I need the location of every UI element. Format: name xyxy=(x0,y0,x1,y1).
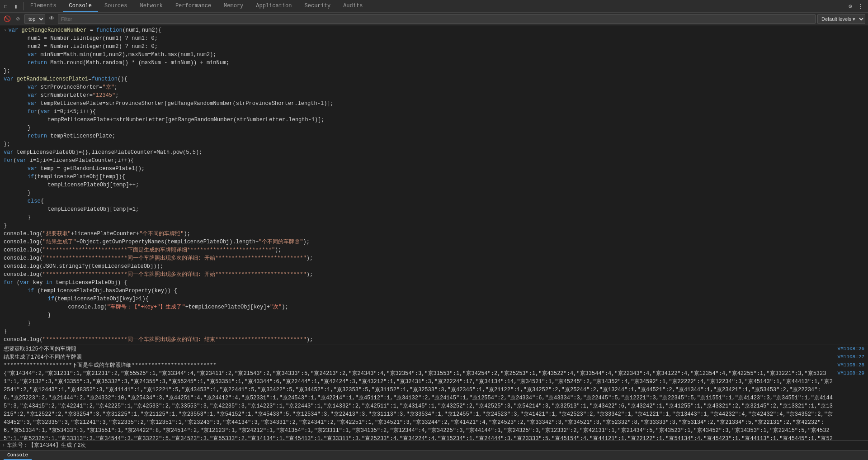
code-content: console.log("车牌号：【"+key+"】生成了"+tempLicen… xyxy=(29,303,864,311)
console-input-bar: › 车牌号：【京14344】生成了2次 xyxy=(0,440,868,450)
code-content: for (var key in tempLicensePlateObj) { xyxy=(4,279,864,287)
code-line: for (var key in tempLicensePlateObj) { xyxy=(0,279,868,287)
code-content: else{ xyxy=(14,197,864,205)
console-output: › var getRangeRandomNumber = function(nu… xyxy=(0,25,868,447)
dock-icon[interactable]: ◻ xyxy=(2,2,10,10)
code-content: var tempLicensePlateObj={},licensePlateC… xyxy=(4,148,864,156)
code-content: }; xyxy=(4,140,864,148)
code-content: num1 = Number.isInteger(num1) ? num1: 0; xyxy=(14,34,864,43)
code-line: } xyxy=(0,189,868,197)
data-output-text: {"京14344":2,"京31231":1,"京21231":2,"京5552… xyxy=(4,370,834,447)
code-line: console.log(JSON.stringify(tempLicensePl… xyxy=(0,262,868,270)
code-content: console.log("*************************下面… xyxy=(4,246,864,254)
tab-bar: Elements Console Sources Network Perform… xyxy=(24,0,369,12)
code-content: var getRangeRandomNumber = function(num1… xyxy=(9,26,864,34)
code-content: console.log("*************************同一… xyxy=(4,336,864,344)
bottom-tab-console[interactable]: Console xyxy=(4,451,32,460)
code-content: var tempRetLicensePlate=strProvinceShort… xyxy=(14,100,864,108)
code-line: › var getRangeRandomNumber = function(nu… xyxy=(0,26,868,34)
settings-icon[interactable]: ⚙ xyxy=(846,2,854,10)
code-line: } xyxy=(0,327,868,336)
code-content: } xyxy=(14,213,864,222)
code-line: tempLicensePlateObj[temp]=1; xyxy=(0,205,868,213)
code-content: return Math.round(Math.random() * (maxNu… xyxy=(14,59,864,67)
code-content: return tempRetLicensePlate; xyxy=(14,132,864,140)
tab-memory[interactable]: Memory xyxy=(217,0,250,12)
code-line: num1 = Number.isInteger(num1) ? num1: 0; xyxy=(0,34,868,43)
clear-icon[interactable]: 🚫 xyxy=(3,14,12,24)
devtools-controls: ◻ ▮ xyxy=(2,2,24,10)
tab-audits[interactable]: Audits xyxy=(337,0,369,12)
output-want-source[interactable]: VM1108:26 xyxy=(838,345,864,353)
output-want-line: 想要获取3125个不同的车牌照 VM1108:26 xyxy=(0,345,868,353)
code-content: } xyxy=(4,327,864,336)
tab-console[interactable]: Console xyxy=(63,0,98,12)
filter-input[interactable] xyxy=(58,14,816,24)
output-result-source[interactable]: VM1108:27 xyxy=(838,353,864,361)
console-input-text: 车牌号：【京14344】生成了2次 xyxy=(7,441,86,449)
code-content: console.log("*************************同一… xyxy=(4,254,864,262)
code-content: } xyxy=(14,319,864,327)
code-line: }; xyxy=(0,67,868,75)
code-line: console.log("*************************同一… xyxy=(0,254,868,262)
code-line: var tempLicensePlateObj={},licensePlateC… xyxy=(0,148,868,156)
code-content: } xyxy=(14,124,864,132)
code-content: console.log(JSON.stringify(tempLicensePl… xyxy=(4,262,864,270)
tab-network[interactable]: Network xyxy=(133,0,169,12)
devtools-topbar: ◻ ▮ Elements Console Sources Network Per… xyxy=(0,0,868,13)
console-toolbar: 🚫 ⊘ top 👁 Default levels ▾ xyxy=(0,13,868,25)
code-line: else{ xyxy=(0,197,868,205)
code-line: num2 = Number.isInteger(num2) ? num2: 0; xyxy=(0,43,868,51)
code-line: if(tempLicensePlateObj[key]>1){ xyxy=(0,295,868,303)
mobile-icon[interactable]: ▮ xyxy=(12,2,20,10)
code-content: tempLicensePlateObj[temp]=1; xyxy=(22,205,864,213)
code-content: if(tempLicensePlateObj[temp]){ xyxy=(14,173,864,181)
code-content: for(var i=1;i<=licensePlateCounter;i++){ xyxy=(4,156,864,165)
output-want-text: 想要获取3125个不同的车牌照 xyxy=(4,345,834,353)
code-content: var temp = getRandomLicensePlate1(); xyxy=(14,165,864,173)
code-content: }; xyxy=(4,67,864,75)
code-line: } xyxy=(0,319,868,327)
more-icon[interactable]: ⋮ xyxy=(856,2,864,10)
code-line: } xyxy=(0,222,868,230)
code-line: tempLicensePlateObj[temp]++; xyxy=(0,181,868,189)
separator-1-text: *********************下面是生成的车牌照详细********… xyxy=(4,361,834,370)
code-line: }; xyxy=(0,140,868,148)
code-line: } xyxy=(0,124,868,132)
code-arrow: › xyxy=(4,26,7,34)
code-content: tempLicensePlateObj[temp]++; xyxy=(22,181,864,189)
eye-icon[interactable]: 👁 xyxy=(47,14,56,24)
code-content: for(var i=0;i<5;i++){ xyxy=(14,108,864,116)
context-select[interactable]: top xyxy=(24,14,45,24)
output-result-line: 结果生成了1704个不同的车牌照 VM1108:27 xyxy=(0,353,868,361)
console-prompt: › xyxy=(2,442,5,449)
code-line: var minNum=Math.min(num1,num2),maxNum=Ma… xyxy=(0,51,868,59)
level-select[interactable]: Default levels ▾ xyxy=(817,14,865,24)
code-line: if (tempLicensePlateObj.hasOwnProperty(k… xyxy=(0,287,868,295)
output-result-text: 结果生成了1704个不同的车牌照 xyxy=(4,353,834,361)
tab-sources[interactable]: Sources xyxy=(98,0,133,12)
tab-security[interactable]: Security xyxy=(298,0,337,12)
code-line: console.log("*************************同一… xyxy=(0,270,868,279)
tab-performance[interactable]: Performance xyxy=(169,0,217,12)
code-line: for(var i=1;i<=licensePlateCounter;i++){ xyxy=(0,156,868,165)
bottom-tab-bar: Console xyxy=(0,450,868,460)
data-source[interactable]: VM1108:29 xyxy=(838,370,864,377)
tab-elements[interactable]: Elements xyxy=(24,0,63,12)
separator-1: *********************下面是生成的车牌照详细********… xyxy=(0,361,868,370)
code-content: var minNum=Math.min(num1,num2),maxNum=Ma… xyxy=(14,51,864,59)
stop-icon[interactable]: ⊘ xyxy=(14,14,23,24)
code-line: return Math.round(Math.random() * (maxNu… xyxy=(0,59,868,67)
code-line: var strNumberLetter="12345"; xyxy=(0,91,868,100)
code-line: if(tempLicensePlateObj[temp]){ xyxy=(0,173,868,181)
tab-application[interactable]: Application xyxy=(250,0,298,12)
sep1-source[interactable]: VM1108:28 xyxy=(838,361,864,369)
code-line: var tempRetLicensePlate=strProvinceShort… xyxy=(0,100,868,108)
code-line: console.log("*************************下面… xyxy=(0,246,868,254)
code-line: console.log("*************************同一… xyxy=(0,336,868,344)
code-content: } xyxy=(4,222,864,230)
code-line: console.log("结果生成了"+Object.getOwnPropert… xyxy=(0,238,868,246)
code-content: } xyxy=(22,311,864,319)
code-content: if(tempLicensePlateObj[key]>1){ xyxy=(22,295,864,303)
code-line: var getRandomLicensePlate1=function(){ xyxy=(0,75,868,83)
